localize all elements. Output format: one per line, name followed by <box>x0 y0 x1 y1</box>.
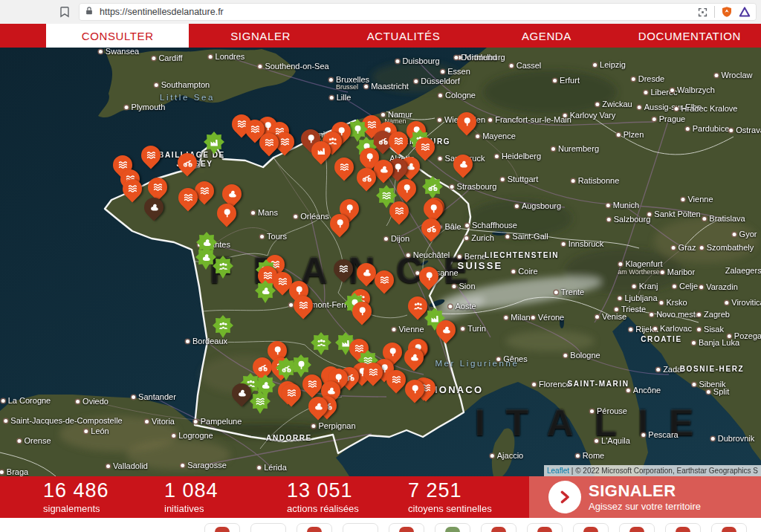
nav-tabs: CONSULTERSIGNALERACTUALITÉSAGENDADOCUMEN… <box>46 24 761 48</box>
category-card-2[interactable] <box>297 523 332 532</box>
moto-icon <box>183 158 192 168</box>
brave-icon[interactable] <box>739 6 751 18</box>
pin-body <box>204 132 224 152</box>
category-card-icon <box>307 527 322 532</box>
divider <box>714 6 715 18</box>
tree-icon <box>424 272 434 282</box>
category-card-1[interactable] <box>250 523 286 532</box>
cta-subtitle: Agissez sur votre territoire <box>589 501 701 512</box>
tab-actualités[interactable]: ACTUALITÉS <box>332 24 475 48</box>
tree-icon <box>294 286 304 296</box>
waves-icon <box>278 277 288 287</box>
people-icon <box>317 338 326 348</box>
squirrel-icon <box>459 160 468 169</box>
pin-body <box>195 247 216 267</box>
stat-label: initiatives <box>164 503 287 514</box>
moto-icon <box>258 363 268 372</box>
fullscreen-icon[interactable] <box>697 7 708 18</box>
moto-icon <box>378 136 388 146</box>
tab-agenda[interactable]: AGENDA <box>475 24 618 48</box>
people-icon <box>218 321 228 331</box>
stats-bar: 16 486signalements1 084initiatives13 051… <box>0 476 761 518</box>
category-card-icon <box>445 527 460 532</box>
chevron-right-icon <box>557 490 572 505</box>
waves-icon <box>395 207 404 216</box>
category-card-4[interactable] <box>389 523 424 532</box>
url-text[interactable]: https://sentinellesdelanature.fr <box>100 7 697 17</box>
tree-icon <box>429 204 438 214</box>
url-bar[interactable]: https://sentinellesdelanature.fr <box>79 3 757 21</box>
tree-icon <box>462 117 472 127</box>
category-card-3[interactable] <box>343 523 378 532</box>
squirrel-icon <box>441 325 451 335</box>
category-card-6[interactable] <box>481 523 516 532</box>
tab-consulter[interactable]: CONSULTER <box>46 24 189 48</box>
stat-citoyens-sentinelles: 7 251citoyens sentinelles <box>408 480 527 515</box>
squirrel-icon <box>362 268 372 278</box>
attribution-separator: | <box>569 467 575 475</box>
map-canvas[interactable]: SwanseaCardiffLondresSouthend-on-SeaSout… <box>0 48 761 476</box>
waves-icon <box>382 191 392 201</box>
squirrel-icon <box>237 389 247 398</box>
tab-signaler[interactable]: SIGNALER <box>189 24 331 48</box>
waves-icon <box>250 125 260 134</box>
pin-body <box>291 354 311 375</box>
pin-body <box>311 332 331 353</box>
waves-icon <box>280 137 290 147</box>
pin-body <box>255 280 276 301</box>
category-card-icon <box>583 527 598 532</box>
pin-body <box>255 374 276 395</box>
tree-icon <box>357 307 367 317</box>
category-card-7[interactable] <box>527 523 563 532</box>
category-card-10[interactable] <box>665 523 701 532</box>
lock-icon <box>85 5 94 19</box>
category-card-icon <box>537 527 552 532</box>
category-card-icon <box>215 527 230 532</box>
waves-icon <box>128 184 137 194</box>
factory-icon <box>430 314 440 323</box>
tree-icon <box>410 385 420 395</box>
map-attribution: Leaflet | © 2022 Microsoft Corporation, … <box>544 465 761 476</box>
pin-body <box>276 357 297 378</box>
stat-signalements: 16 486signalements <box>43 480 164 515</box>
signaler-cta-button[interactable]: SIGNALER Agissez sur votre territoire <box>529 476 761 518</box>
category-card-8[interactable] <box>573 523 609 532</box>
waves-icon <box>308 380 317 389</box>
main-nav: CONSULTERSIGNALERACTUALITÉSAGENDADOCUMEN… <box>0 24 761 48</box>
category-card-icon <box>491 527 506 532</box>
attribution-text: © 2022 Microsoft Corporation, Earthstar … <box>575 467 758 475</box>
moto-icon <box>362 173 372 183</box>
stat-label: actions réalisées <box>287 503 408 514</box>
category-card-11[interactable] <box>711 523 747 532</box>
bookmark-icon[interactable] <box>54 6 76 18</box>
shield-icon[interactable] <box>721 6 733 18</box>
tree-icon <box>393 163 403 173</box>
squirrel-icon <box>326 386 336 396</box>
waves-icon <box>367 120 377 130</box>
category-card-icon <box>629 527 644 532</box>
waves-icon <box>153 183 163 192</box>
leaflet-link[interactable]: Leaflet <box>547 467 569 475</box>
category-card-0[interactable] <box>204 523 240 532</box>
ch evron-circle <box>548 481 581 513</box>
waves-icon <box>265 138 274 148</box>
moto-icon <box>282 363 291 373</box>
tree-icon <box>306 134 316 144</box>
tree-icon <box>345 204 354 214</box>
stat-value: 13 051 <box>287 480 408 502</box>
stat-label: citoyens sentinelles <box>408 503 527 514</box>
category-card-5[interactable] <box>435 523 470 532</box>
moto-icon <box>427 224 436 233</box>
waves-icon <box>392 375 401 385</box>
squirrel-icon <box>149 203 159 213</box>
tree-icon <box>402 184 412 194</box>
factory-icon <box>317 146 326 156</box>
tree-icon <box>335 219 345 229</box>
squirrel-icon <box>409 353 419 363</box>
squirrel-icon <box>379 165 389 175</box>
category-card-9[interactable] <box>619 523 655 532</box>
stat-value: 1 084 <box>164 480 287 502</box>
tab-documentation[interactable]: DOCUMENTATION <box>618 24 761 48</box>
stat-value: 7 251 <box>408 480 527 502</box>
tree-icon <box>365 153 375 163</box>
